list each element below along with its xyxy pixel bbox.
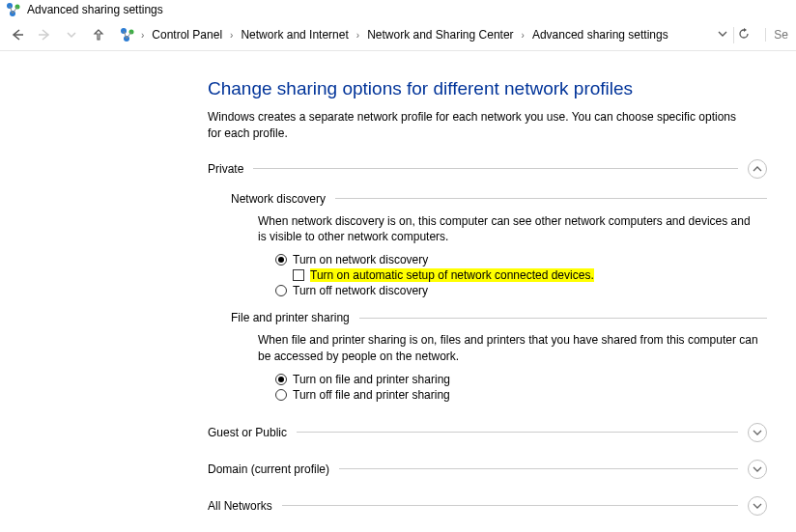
section-label: Private — [208, 162, 243, 176]
radio-label: Turn on file and printer sharing — [293, 373, 450, 386]
section-domain-header[interactable]: Domain (current profile) — [208, 460, 767, 479]
section-label: Guest or Public — [208, 426, 287, 439]
section-private-header[interactable]: Private — [208, 159, 767, 179]
refresh-button[interactable] — [733, 27, 753, 43]
chevron-down-icon[interactable] — [748, 423, 767, 442]
radio-icon — [275, 389, 287, 401]
divider — [297, 432, 738, 433]
navigation-bar: › Control Panel › Network and Internet ›… — [0, 19, 796, 51]
divider — [339, 468, 738, 469]
search-placeholder-fragment: Se — [774, 28, 788, 42]
radio-label: Turn off network discovery — [293, 284, 428, 297]
network-sharing-icon — [6, 2, 21, 17]
radio-icon — [275, 374, 287, 385]
radio-icon — [275, 254, 287, 266]
breadcrumb-separator[interactable]: › — [230, 30, 233, 41]
divider — [253, 168, 738, 169]
section-guest-public-header[interactable]: Guest or Public — [208, 423, 767, 442]
subsection-file-printer-sharing: File and printer sharing — [231, 311, 767, 324]
checkbox-auto-setup-devices[interactable]: Turn on automatic setup of network conne… — [293, 268, 767, 282]
divider — [335, 198, 767, 199]
section-label: Domain (current profile) — [208, 462, 329, 476]
radio-label: Turn on network discovery — [293, 253, 428, 266]
subsection-title: Network discovery — [231, 192, 326, 206]
divider — [359, 318, 767, 319]
radio-turn-off-network-discovery[interactable]: Turn off network discovery — [275, 284, 767, 297]
breadcrumb-item[interactable]: Network and Sharing Center — [365, 28, 515, 42]
breadcrumb-icon — [120, 27, 135, 42]
back-button[interactable] — [8, 25, 27, 44]
page-intro: Windows creates a separate network profi… — [208, 109, 749, 142]
recent-dropdown-button[interactable] — [62, 25, 81, 44]
section-label: All Networks — [208, 499, 272, 513]
checkbox-label: Turn on automatic setup of network conne… — [310, 268, 594, 282]
checkbox-icon — [293, 269, 304, 281]
network-discovery-desc: When network discovery is on, this compu… — [258, 213, 760, 246]
page-heading: Change sharing options for different net… — [208, 78, 767, 99]
radio-turn-off-file-printer-sharing[interactable]: Turn off file and printer sharing — [275, 388, 767, 402]
forward-button[interactable] — [35, 25, 54, 44]
main-content: Change sharing options for different net… — [0, 51, 796, 532]
window-title: Advanced sharing settings — [27, 3, 163, 16]
breadcrumb-separator[interactable]: › — [141, 30, 144, 41]
breadcrumb-item[interactable]: Control Panel — [150, 28, 224, 42]
chevron-up-icon[interactable] — [748, 159, 767, 179]
breadcrumb-separator[interactable]: › — [356, 30, 359, 41]
breadcrumb: › Control Panel › Network and Internet ›… — [116, 27, 757, 43]
window-title-bar: Advanced sharing settings — [0, 0, 796, 19]
address-dropdown-button[interactable] — [714, 28, 731, 42]
subsection-title: File and printer sharing — [231, 311, 350, 324]
divider — [282, 505, 738, 506]
chevron-down-icon[interactable] — [748, 460, 767, 479]
file-printer-options: Turn on file and printer sharing Turn of… — [275, 373, 767, 402]
section-all-networks-header[interactable]: All Networks — [208, 496, 767, 516]
search-input[interactable]: Se — [765, 28, 788, 42]
radio-label: Turn off file and printer sharing — [293, 388, 450, 402]
breadcrumb-item[interactable]: Advanced sharing settings — [530, 28, 670, 42]
breadcrumb-separator[interactable]: › — [522, 30, 525, 41]
chevron-down-icon[interactable] — [748, 496, 767, 516]
radio-turn-on-network-discovery[interactable]: Turn on network discovery — [275, 253, 767, 266]
up-button[interactable] — [89, 25, 108, 44]
breadcrumb-item[interactable]: Network and Internet — [239, 28, 350, 42]
file-printer-desc: When file and printer sharing is on, fil… — [258, 332, 760, 365]
network-discovery-options: Turn on network discovery Turn on automa… — [275, 253, 767, 297]
radio-turn-on-file-printer-sharing[interactable]: Turn on file and printer sharing — [275, 373, 767, 386]
subsection-network-discovery: Network discovery — [231, 192, 767, 206]
radio-icon — [275, 285, 287, 296]
